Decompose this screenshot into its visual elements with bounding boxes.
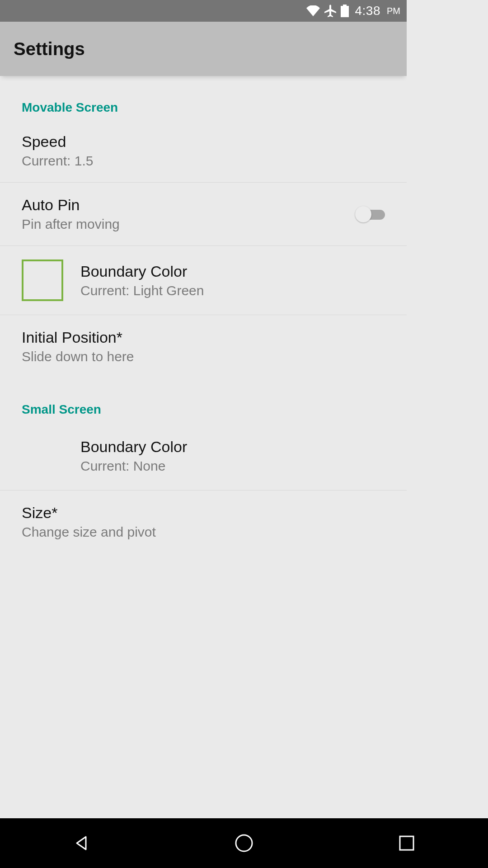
- setting-subtitle: Current: None: [80, 458, 385, 474]
- status-ampm: PM: [387, 6, 400, 16]
- setting-title: Initial Position*: [22, 329, 385, 346]
- wifi-icon: [306, 5, 320, 16]
- setting-title: Boundary Color: [80, 263, 385, 280]
- settings-content: Movable Screen Speed Current: 1.5 Auto P…: [0, 76, 407, 553]
- setting-title: Boundary Color: [80, 438, 385, 456]
- app-bar: Settings: [0, 22, 407, 76]
- section-header-small: Small Screen: [0, 378, 407, 421]
- setting-boundary-color-movable[interactable]: Boundary Color Current: Light Green: [0, 246, 407, 315]
- setting-title: Auto Pin: [22, 196, 344, 214]
- setting-subtitle: Current: 1.5: [22, 153, 385, 169]
- airplane-icon: [324, 5, 336, 17]
- setting-subtitle: Slide down to here: [22, 349, 385, 364]
- setting-subtitle: Pin after moving: [22, 217, 344, 232]
- status-time: 4:38: [355, 4, 381, 18]
- switch-thumb: [355, 206, 371, 222]
- color-swatch-none: [22, 435, 63, 476]
- svg-rect-0: [341, 6, 349, 17]
- setting-speed[interactable]: Speed Current: 1.5: [0, 119, 407, 183]
- setting-title: Speed: [22, 133, 385, 151]
- setting-initial-position[interactable]: Initial Position* Slide down to here: [0, 315, 407, 378]
- setting-boundary-color-small[interactable]: Boundary Color Current: None: [0, 421, 407, 491]
- svg-rect-1: [343, 5, 347, 6]
- battery-icon: [341, 5, 349, 17]
- setting-auto-pin[interactable]: Auto Pin Pin after moving: [0, 183, 407, 246]
- setting-subtitle: Current: Light Green: [80, 283, 385, 298]
- section-header-movable: Movable Screen: [0, 76, 407, 119]
- page-title: Settings: [14, 39, 85, 59]
- setting-subtitle: Change size and pivot: [22, 524, 385, 540]
- auto-pin-toggle[interactable]: [355, 206, 385, 222]
- status-bar: 4:38 PM: [0, 0, 407, 22]
- setting-title: Size*: [22, 504, 385, 522]
- setting-size[interactable]: Size* Change size and pivot: [0, 491, 407, 553]
- color-swatch-light-green: [22, 259, 63, 301]
